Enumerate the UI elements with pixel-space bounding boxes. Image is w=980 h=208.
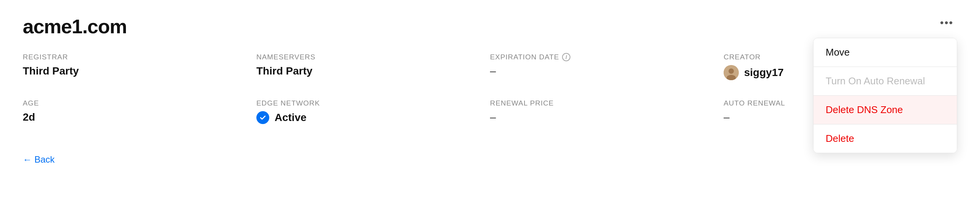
renewal-price-label: RENEWAL PRICE: [490, 99, 708, 107]
renewal-price-value: –: [490, 111, 708, 123]
field-nameservers: NAMESERVERS Third Party: [256, 53, 490, 91]
age-value: 2d: [23, 111, 241, 123]
dropdown-item-move[interactable]: Move: [813, 38, 957, 66]
field-renewal-price: RENEWAL PRICE –: [490, 99, 724, 136]
registrar-value: Third Party: [23, 65, 241, 77]
svg-point-1: [729, 68, 734, 74]
more-options-button[interactable]: •••: [936, 15, 957, 30]
page-title: acme1.com: [23, 15, 957, 38]
back-link[interactable]: ← Back: [23, 154, 55, 165]
field-age: AGE 2d: [23, 99, 256, 136]
field-edge-network: EDGE NETWORK Active: [256, 99, 490, 136]
edge-network-value: Active: [256, 111, 475, 124]
dropdown-item-delete-dns-zone[interactable]: Delete DNS Zone: [813, 96, 957, 124]
active-check-icon: [256, 111, 269, 124]
creator-name: siggy17: [744, 66, 784, 79]
edge-network-label: EDGE NETWORK: [256, 99, 475, 107]
registrar-label: REGISTRAR: [23, 53, 241, 61]
expiration-date-value: –: [490, 65, 708, 77]
dropdown-menu: Move Turn On Auto Renewal Delete DNS Zon…: [813, 38, 957, 153]
dropdown-item-auto-renewal[interactable]: Turn On Auto Renewal: [813, 67, 957, 95]
age-label: AGE: [23, 99, 241, 107]
avatar: [724, 65, 739, 80]
info-icon[interactable]: i: [562, 53, 570, 61]
expiration-date-label: EXPIRATION DATE i: [490, 53, 708, 61]
field-registrar: REGISTRAR Third Party: [23, 53, 256, 91]
field-expiration-date: EXPIRATION DATE i –: [490, 53, 724, 91]
nameservers-value: Third Party: [256, 65, 475, 77]
dropdown-item-delete[interactable]: Delete: [813, 124, 957, 153]
nameservers-label: NAMESERVERS: [256, 53, 475, 61]
page-wrapper: acme1.com ••• REGISTRAR Third Party NAME…: [0, 0, 980, 180]
